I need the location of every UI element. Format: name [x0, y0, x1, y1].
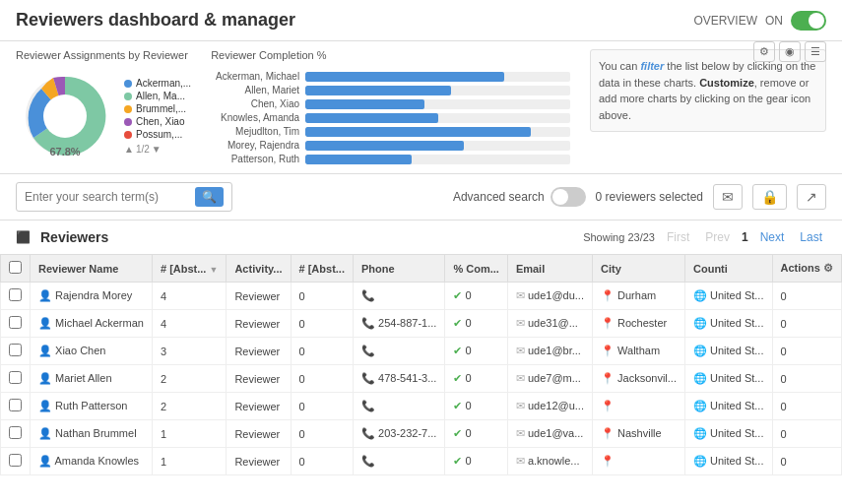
share-button[interactable]: ↗ [797, 184, 826, 210]
row-checkbox-cell[interactable] [1, 393, 31, 420]
col-pct[interactable]: % Com... [445, 255, 507, 283]
first-button[interactable]: First [663, 228, 693, 246]
cell-actions: 0 [772, 283, 842, 310]
pie-section: 67.8% Ackerman,... Allen, Ma... Brummel,… [16, 67, 191, 165]
row-checkbox[interactable] [9, 344, 22, 356]
cell-phone: 📞 254-887-1... [354, 310, 445, 338]
list-chart-button[interactable]: ☰ [805, 41, 826, 62]
bar-bg [305, 72, 570, 82]
down-icon[interactable]: ▼ [152, 144, 162, 155]
search-button[interactable]: 🔍 [195, 187, 224, 207]
bar-name: Ackerman, Michael [211, 71, 299, 82]
col-phone[interactable]: Phone [354, 255, 445, 283]
cell-pct: ✔ 0 [445, 310, 507, 338]
cell-activity: Reviewer [227, 448, 291, 475]
last-button[interactable]: Last [796, 228, 826, 246]
cell-email: ✉ ude7@m... [507, 365, 592, 393]
prev-button[interactable]: Prev [701, 228, 734, 246]
legend-item-5: Possum,... [124, 129, 191, 140]
row-checkbox-cell[interactable] [1, 420, 31, 448]
cell-city: 📍 Durham [593, 283, 685, 310]
row-checkbox[interactable] [9, 371, 22, 384]
col-activity[interactable]: Activity... [227, 255, 291, 283]
overview-toggle[interactable] [791, 11, 826, 31]
cell-name: 👤 Xiao Chen [31, 338, 153, 365]
table-row: 👤 Amanda Knowles 1 Reviewer 0 📞 ✔ 0 ✉ a.… [1, 448, 842, 475]
pie-legend: Ackerman,... Allen, Ma... Brummel,... Ch… [124, 78, 191, 155]
cell-activity: Reviewer [227, 283, 291, 310]
up-icon[interactable]: ▲ [124, 144, 134, 155]
select-all-header[interactable] [1, 255, 31, 283]
bar-row[interactable]: Chen, Xiao [211, 98, 570, 109]
row-checkbox-cell[interactable] [1, 448, 31, 475]
bar-row[interactable]: Ackerman, Michael [211, 71, 570, 82]
bar-name: Morey, Rajendra [211, 140, 299, 151]
cell-country: 🌐 United St... [685, 393, 773, 420]
row-checkbox-cell[interactable] [1, 283, 31, 310]
email-button[interactable]: ✉ [713, 184, 743, 210]
bar-row[interactable]: Patterson, Ruth [211, 154, 570, 164]
bar-name: Allen, Mariet [211, 85, 299, 95]
cell-pct: ✔ 0 [445, 420, 507, 448]
col-reviewer-name[interactable]: Reviewer Name [31, 255, 153, 283]
row-checkbox[interactable] [9, 426, 22, 439]
cell-phone: 📞 [354, 338, 445, 365]
cell-email: ✉ ude1@va... [507, 420, 592, 448]
table-row: 👤 Rajendra Morey 4 Reviewer 0 📞 ✔ 0 ✉ ud… [1, 283, 842, 310]
col-actions[interactable]: Actions ⚙ [772, 255, 842, 283]
cell-country: 🌐 United St... [685, 448, 773, 475]
legend-item-3: Brummel,... [124, 103, 191, 114]
next-button[interactable]: Next [756, 228, 789, 246]
cell-actions: 0 [772, 338, 842, 365]
select-all-checkbox[interactable] [9, 261, 22, 274]
pie-chart-title: Reviewer Assignments by Reviewer [16, 49, 191, 61]
legend-dot-1 [124, 80, 132, 88]
table-row: 👤 Ruth Patterson 2 Reviewer 0 📞 ✔ 0 ✉ ud… [1, 393, 842, 420]
row-checkbox-cell[interactable] [1, 310, 31, 338]
cell-name: 👤 Michael Ackerman [31, 310, 153, 338]
row-checkbox[interactable] [9, 454, 22, 467]
bar-row[interactable]: Mejudlton, Tim [211, 126, 570, 137]
legend-label-4: Chen, Xiao [136, 116, 184, 127]
table-row: 👤 Nathan Brummel 1 Reviewer 0 📞 203-232-… [1, 420, 842, 448]
toolbar: 🔍 Advanced search 0 reviewers selected ✉… [0, 174, 842, 220]
legend-label-5: Possum,... [136, 129, 182, 140]
cell-actions: 0 [772, 365, 842, 393]
cell-actions: 0 [772, 420, 842, 448]
advanced-search-toggle[interactable] [551, 187, 586, 207]
bar-row[interactable]: Morey, Rajendra [211, 140, 570, 151]
cell-abst2: 0 [291, 283, 353, 310]
cell-phone: 📞 [354, 283, 445, 310]
col-abst2[interactable]: # [Abst... [291, 255, 353, 283]
header-right: OVERVIEW ON [694, 11, 826, 31]
lock-button[interactable]: 🔒 [752, 184, 787, 210]
gear-button[interactable]: ⚙ [753, 41, 775, 62]
bar-row[interactable]: Allen, Mariet [211, 85, 570, 95]
pagination-controls: ▲ 1/2 ▼ [124, 144, 191, 155]
cell-city: 📍 [593, 393, 685, 420]
search-input[interactable] [25, 190, 195, 204]
svg-point-1 [43, 94, 87, 138]
row-checkbox-cell[interactable] [1, 338, 31, 365]
col-email[interactable]: Email [507, 255, 592, 283]
row-checkbox[interactable] [9, 316, 22, 329]
col-country[interactable]: Counti [685, 255, 773, 283]
row-checkbox[interactable] [9, 399, 22, 411]
bar-row[interactable]: Knowles, Amanda [211, 112, 570, 123]
col-city[interactable]: City [593, 255, 685, 283]
cell-country: 🌐 United St... [685, 365, 773, 393]
row-checkbox-cell[interactable] [1, 365, 31, 393]
col-abst1[interactable]: # [Abst... ▼ [152, 255, 226, 283]
table-row: 👤 Michael Ackerman 4 Reviewer 0 📞 254-88… [1, 310, 842, 338]
cell-name: 👤 Mariet Allen [31, 365, 153, 393]
customize-keyword: Customize [699, 77, 754, 89]
legend-label-1: Ackerman,... [136, 78, 191, 89]
bar-bg [305, 127, 570, 137]
pie-chart-button[interactable]: ◉ [779, 41, 801, 62]
pie-chart[interactable]: 67.8% [16, 67, 114, 165]
row-checkbox[interactable] [9, 288, 22, 301]
cell-email: ✉ ude1@du... [507, 283, 592, 310]
cell-email: ✉ ude1@br... [507, 338, 592, 365]
bar-fill [305, 99, 424, 109]
cell-phone: 📞 [354, 448, 445, 475]
